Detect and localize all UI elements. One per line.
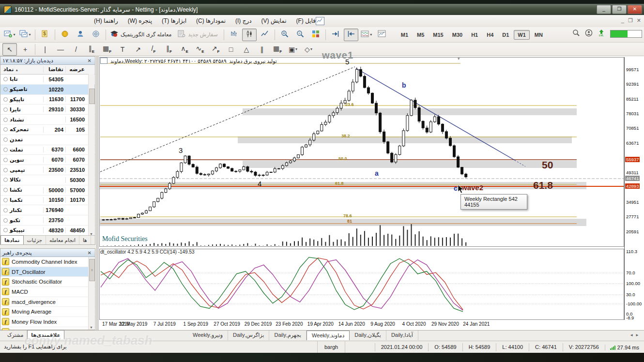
column-header-2[interactable]: عرضه (65, 66, 87, 73)
fibo-grid-icon[interactable]: ▦F (100, 43, 114, 56)
navigator-item[interactable]: f○macd_divergence (0, 297, 95, 307)
timeframe-D1[interactable]: D1 (498, 30, 513, 40)
symbol-field[interactable]: bargh (317, 341, 345, 353)
market-watch-row[interactable]: تاپیکو1163011700 (0, 95, 95, 105)
menu-T[interactable]: ابزارها (T) (157, 15, 191, 27)
templates-icon[interactable]: ▾ (359, 29, 374, 41)
navigator-item[interactable]: fMACD (0, 287, 95, 297)
navigator-tab[interactable]: مشترک (4, 331, 27, 339)
chevron-down-icon[interactable]: ▾ (370, 32, 372, 37)
indicator-window-icon[interactable] (375, 29, 389, 41)
parallel-lines-icon[interactable]: ∥ (255, 43, 269, 56)
close-icon[interactable]: ✕ (86, 250, 93, 256)
date-axis[interactable]: 17 Mar 201912 May 20197 Jul 20191 Sep 20… (99, 320, 624, 329)
navigator-item[interactable]: fMoney Flow Index (0, 317, 95, 327)
market-watch-scrollbar[interactable]: ▼ (88, 74, 94, 236)
timeframe-H4[interactable]: H4 (483, 30, 497, 40)
timeframe-M30[interactable]: M30 (448, 30, 466, 40)
chart-window[interactable]: دماوند,Weekly: ۲۰۲۷۲۷۵۶ ۴۶۷۴۱ ۴۴۱۰۰ ۵۴۵۸… (98, 56, 644, 330)
equidistant-channel-icon[interactable]: ∥E (84, 43, 99, 56)
market-watch-row[interactable]: تابا54305 (0, 75, 95, 85)
bars-chart-icon[interactable] (227, 29, 241, 41)
market-watch-row[interactable]: تمحرکه204105 (0, 125, 95, 135)
horizontal-line-icon[interactable]: — (53, 43, 68, 56)
navigator-item[interactable]: fMoving Average (0, 307, 95, 317)
market-watch-row[interactable]: تکالا50300 (0, 175, 95, 185)
person-icon[interactable] (73, 29, 88, 41)
market-watch-titlebar[interactable]: دیده‌بان بازار: ۱۷:۱۸:۵۷ ✕ (0, 57, 95, 65)
market-watch-row[interactable]: تملت63706600 (0, 145, 95, 155)
chart-tab[interactable]: ونیرو,Weekly (188, 331, 228, 340)
navigator-scrollbar[interactable]: ≡ ▼ (88, 257, 94, 330)
timeframe-M5[interactable]: M5 (413, 30, 428, 40)
grid-icon[interactable]: ▦F (270, 43, 285, 56)
tile-windows-icon[interactable] (308, 29, 323, 41)
price-axis[interactable]: 9957192391852117803170851636714931134951… (624, 57, 644, 320)
price-chart[interactable] (99, 57, 624, 247)
minimize-button[interactable]: _ (597, 5, 611, 14)
new-chart-icon[interactable]: ▾ (2, 29, 17, 41)
rectangle-icon[interactable]: □ (224, 43, 238, 56)
timeframe-M1[interactable]: M1 (397, 30, 412, 40)
target-icon[interactable] (89, 29, 103, 41)
elliott-impulse-icon[interactable]: ∧E (177, 43, 192, 56)
new-order-icon[interactable]: سفارش جدید (176, 29, 221, 41)
market-watch-header[interactable]: نماد ▲تقاضاعرضه (0, 65, 95, 75)
vertical-line-icon[interactable]: | (38, 43, 52, 56)
chart-shift-icon[interactable] (344, 29, 358, 41)
scrollbar-thumb[interactable] (89, 89, 95, 104)
arrow-icon[interactable]: ↗ (131, 43, 145, 56)
market-watch-tab[interactable]: انجام معامله (46, 236, 79, 244)
column-header-0[interactable]: نماد ▲ (0, 66, 43, 73)
trendline-icon[interactable]: / (69, 43, 83, 56)
line-chart-icon[interactable] (258, 29, 272, 41)
market-watch-dollar-icon[interactable]: $ (38, 29, 52, 41)
navigator-item[interactable]: f○DT_Oscillator (0, 267, 95, 277)
mdi-child-icon[interactable] (316, 17, 324, 25)
market-watch-row[interactable]: تشتاد16500 (0, 115, 95, 125)
menu-C[interactable]: نمودارها (C) (191, 15, 230, 27)
timeframe-H1[interactable]: H1 (467, 30, 482, 40)
menu-I[interactable]: درج (I) (230, 15, 257, 27)
text-label-icon[interactable]: T (115, 43, 130, 56)
candles-chart-icon[interactable] (242, 29, 257, 41)
market-watch-row[interactable]: تمدن (0, 135, 95, 145)
oscillator-chart[interactable] (99, 249, 624, 320)
mdi-window-buttons[interactable]: _❐✕ (621, 17, 641, 24)
column-header-1[interactable]: تقاضا (43, 66, 65, 73)
algo-trading-icon[interactable]: معامله گری الگوریتمیک (108, 29, 175, 41)
market-watch-row[interactable]: تپمپی2350023510 (0, 165, 95, 175)
market-watch-row[interactable]: تاصیکو10220 (0, 85, 95, 95)
navigator-tab[interactable]: علاقمندی‌ها (27, 330, 64, 339)
market-watch-tab[interactable]: جزئیات (24, 236, 46, 244)
cycle-lines-icon[interactable]: ◇▾ (301, 43, 316, 56)
zoom-in-icon[interactable] (277, 29, 292, 41)
market-watch-row[interactable]: تکنو23750 (0, 215, 95, 226)
chart-tab[interactable]: آبادا,Daily (386, 331, 418, 340)
chart-tab[interactable]: بگیلان,Daily (350, 331, 386, 340)
tab-scroll-arrows[interactable]: ◄► (629, 333, 641, 337)
market-watch-row[interactable]: تکمبا1015010170 (0, 196, 95, 206)
timeframe-W1[interactable]: W1 (514, 30, 530, 40)
navigator-item[interactable]: fStochastic Oscillator (0, 277, 95, 287)
crosshair-icon[interactable]: + (18, 43, 32, 56)
market-watch-row[interactable]: تایرا2931030330 (0, 105, 95, 115)
menu-H[interactable]: راهنما (H) (89, 15, 123, 27)
chevron-down-icon[interactable]: ▾ (29, 32, 31, 37)
timeframe-MN[interactable]: MN (531, 30, 547, 40)
close-icon[interactable]: ✕ (86, 58, 93, 63)
chart-tab[interactable]: بجهرم,Daily (269, 331, 307, 340)
chart-tab[interactable]: دماوند,Weekly (307, 331, 350, 340)
market-watch-tab[interactable]: نمادها (0, 235, 24, 244)
fibo-expansion-icon[interactable]: ↗F (208, 43, 223, 56)
market-watch-row[interactable]: تکنار176940 (0, 205, 95, 215)
close-button[interactable]: ✕ (628, 5, 642, 14)
triangle-icon[interactable]: △ (239, 43, 254, 56)
market-watch-row[interactable]: تیپیکو4832048450 (0, 226, 95, 236)
title-bar[interactable]: 160112 - MofidSecurities-Server: سرمايه … (0, 4, 644, 15)
scrollbar-thumb[interactable]: ≡ (89, 259, 95, 281)
zoom-out-icon[interactable] (293, 29, 307, 41)
chart-tab[interactable]: بزاگرس,Daily (228, 331, 269, 340)
market-watch-row[interactable]: تنوین60706070 (0, 155, 95, 165)
auto-scroll-icon[interactable] (328, 29, 343, 41)
